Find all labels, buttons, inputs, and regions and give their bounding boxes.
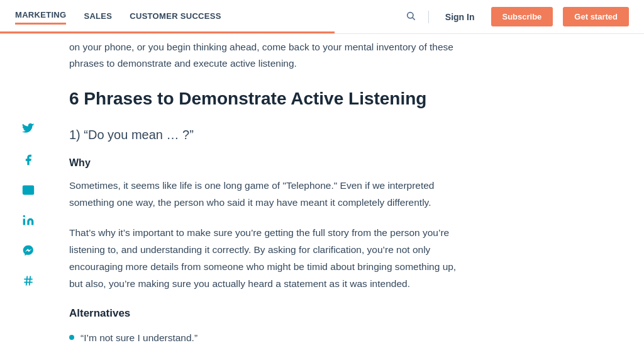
signin-button[interactable]: Sign In (439, 8, 481, 26)
twitter-share-button[interactable] (19, 121, 37, 138)
intro-text: on your phone, or you begin thinking ahe… (69, 39, 472, 72)
svg-line-6 (26, 276, 28, 286)
messenger-icon (22, 244, 35, 257)
sidebar-social (0, 39, 57, 355)
alternatives-list: “I’m not sure I understand.” “Could you … (69, 330, 472, 355)
messenger-share-button[interactable] (19, 242, 37, 259)
nav-customer-success[interactable]: CUSTOMER SUCCESS (130, 10, 221, 23)
hashtag-icon (22, 274, 35, 287)
mail-icon (22, 184, 35, 196)
list-item: “Could you tell me a bit more about that… (69, 351, 472, 355)
why-subheading: Why (69, 155, 472, 171)
nav-sales[interactable]: SALES (84, 10, 112, 23)
nav-right: Sign In Subscribe Get started (403, 7, 629, 26)
why-body-2: That’s why it’s important to make sure y… (69, 224, 472, 293)
why-body-1: Sometimes, it seems like life is one lon… (69, 177, 472, 211)
facebook-icon (22, 154, 35, 166)
twitter-icon (22, 123, 35, 136)
get-started-button[interactable]: Get started (563, 7, 629, 26)
svg-point-3 (23, 215, 25, 217)
navbar: MARKETING SALES CUSTOMER SUCCESS Sign In… (0, 0, 644, 34)
linkedin-share-button[interactable] (19, 211, 37, 229)
linkedin-icon (22, 214, 35, 227)
phrase-heading: 1) “Do you mean … ?” (69, 125, 472, 145)
search-icon (406, 11, 416, 21)
progress-bar (0, 31, 335, 33)
svg-line-7 (30, 276, 31, 286)
list-item: “I’m not sure I understand.” (69, 330, 472, 346)
page-wrapper: on your phone, or you begin thinking ahe… (0, 34, 644, 355)
nav-links: MARKETING SALES CUSTOMER SUCCESS (15, 9, 403, 25)
svg-point-0 (407, 12, 413, 18)
section-heading: 6 Phrases to Demonstrate Active Listenin… (69, 87, 472, 110)
alternatives-heading: Alternatives (69, 305, 472, 322)
nav-divider (428, 11, 429, 23)
slack-share-button[interactable] (19, 272, 37, 290)
email-share-button[interactable] (19, 181, 37, 199)
facebook-share-button[interactable] (19, 151, 37, 169)
main-content: on your phone, or you begin thinking ahe… (57, 39, 484, 355)
alternative-1: “I’m not sure I understand.” (80, 330, 197, 346)
bullet-dot (69, 335, 74, 340)
alternative-2: “Could you tell me a bit more about that… (80, 351, 260, 355)
subscribe-button[interactable]: Subscribe (491, 7, 553, 26)
search-button[interactable] (403, 8, 418, 26)
svg-line-1 (413, 18, 415, 20)
nav-marketing[interactable]: MARKETING (15, 9, 66, 25)
